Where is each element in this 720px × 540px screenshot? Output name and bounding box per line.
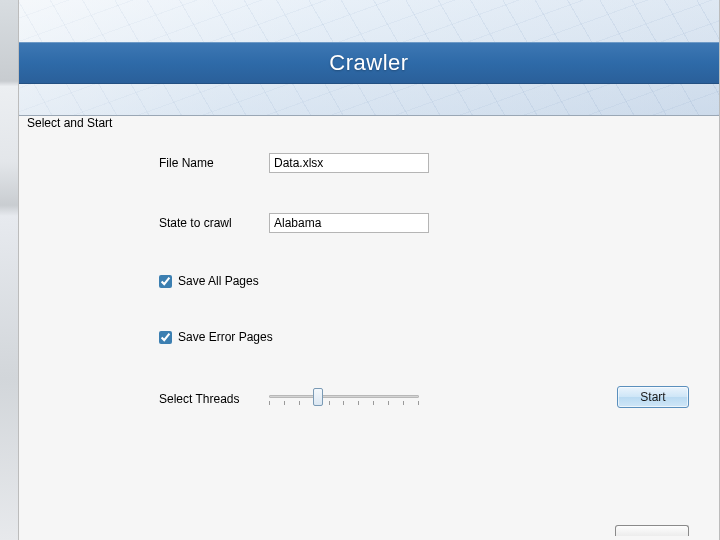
save-all-pages-checkbox[interactable]	[159, 275, 172, 288]
slider-ticks	[269, 401, 419, 407]
main-window: Crawler Select and Start File Name State…	[18, 0, 720, 540]
start-button[interactable]: Start	[617, 386, 689, 408]
state-input[interactable]	[269, 213, 429, 233]
slider-thumb[interactable]	[313, 388, 323, 406]
save-error-pages-label: Save Error Pages	[178, 330, 273, 344]
app-title: Crawler	[329, 50, 408, 76]
threads-slider[interactable]	[269, 385, 419, 413]
file-name-label: File Name	[159, 156, 269, 170]
form-area: File Name State to crawl Save All Pages …	[19, 152, 719, 414]
save-error-pages-checkbox[interactable]	[159, 331, 172, 344]
group-title: Select and Start	[27, 116, 112, 130]
state-label: State to crawl	[159, 216, 269, 230]
file-name-input[interactable]	[269, 153, 429, 173]
header-stripe: Crawler	[19, 42, 719, 84]
save-all-pages-row: Save All Pages	[19, 272, 719, 290]
save-error-pages-row: Save Error Pages	[19, 328, 719, 346]
save-all-pages-label: Save All Pages	[178, 274, 259, 288]
file-name-row: File Name	[19, 152, 719, 174]
threads-row: Select Threads Start	[19, 384, 719, 414]
threads-label: Select Threads	[159, 392, 269, 406]
secondary-button-partial[interactable]	[615, 525, 689, 536]
state-row: State to crawl	[19, 212, 719, 234]
header-banner: Crawler	[19, 0, 719, 116]
slider-track	[269, 395, 419, 398]
